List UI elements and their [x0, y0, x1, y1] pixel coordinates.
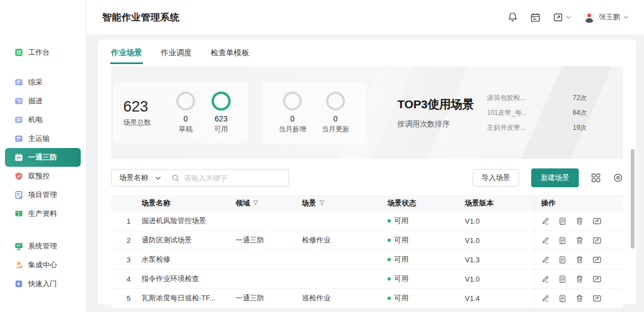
tab-0[interactable]: 作业场景 [111, 48, 142, 64]
search-field-select[interactable]: 场景名称 [112, 173, 168, 183]
main-area: 智能作业管理系统 张王鹏 作业场景作业调度检查单模板 [87, 0, 644, 304]
tab-1[interactable]: 作业调度 [161, 48, 192, 64]
delete-icon[interactable] [575, 256, 584, 264]
ring-value: 0 [279, 114, 306, 123]
status-cell: 可用 [388, 235, 465, 245]
grid-view-icon[interactable] [591, 173, 601, 183]
table-header-3: 场景 [302, 198, 388, 208]
sidebar-item[interactable]: 一通三防 [5, 148, 81, 167]
copy-icon[interactable] [558, 256, 567, 264]
sidebar-item[interactable]: 快速入门 [5, 274, 81, 293]
copy-icon[interactable] [558, 217, 567, 225]
table-row[interactable]: 3水泵检修可用V1.3 [111, 250, 623, 269]
scene-type-cell: 检修作业 [302, 235, 388, 245]
workbench-icon [14, 48, 23, 57]
status-label: 可用 [394, 235, 409, 245]
sidebar-group: 系统管理集成中心快速入门 [0, 237, 86, 293]
row-index: 5 [111, 294, 142, 303]
status-badge: 可用 [388, 235, 465, 245]
sidebar-item-label: 工作台 [28, 47, 50, 57]
ring-value: 0 [176, 114, 195, 123]
row-actions [541, 294, 601, 303]
table-row[interactable]: 5瓦斯浓度每日巡检-TF...一通三防巡检作业可用V1.4 [111, 289, 623, 308]
status-badge: 可用 [388, 293, 465, 303]
top3-subtitle: 按调用次数排序 [397, 119, 487, 129]
version-cell: V1.0 [465, 236, 534, 245]
delete-icon[interactable] [575, 217, 584, 225]
copy-icon[interactable] [558, 275, 567, 283]
row-index: 2 [111, 236, 142, 245]
tunneling-icon [14, 97, 23, 105]
chevron-down-icon [566, 15, 571, 19]
edit-icon[interactable] [541, 275, 549, 283]
sidebar-item-label: 机电 [28, 115, 43, 125]
sidebar-item[interactable]: 主运输 [5, 129, 81, 148]
sidebar-item-label: 综采 [28, 77, 43, 87]
settings-icon[interactable] [613, 173, 623, 183]
table-header-4: 场景状态 [388, 198, 465, 208]
edit-icon[interactable] [541, 217, 549, 225]
row-index: 1 [111, 217, 142, 225]
content-card: 作业场景作业调度检查单模板 623 场景总数 0草稿623可用 0当月新增0当月… [98, 40, 636, 304]
share-icon[interactable] [593, 256, 601, 264]
calendar-icon[interactable] [530, 12, 541, 23]
delete-icon[interactable] [575, 236, 584, 245]
copy-icon[interactable] [558, 236, 567, 245]
app-title: 智能作业管理系统 [102, 11, 180, 24]
user-menu[interactable]: 张王鹏 [583, 11, 629, 23]
import-scene-button[interactable]: 导入场景 [473, 169, 519, 187]
filter-funnel-icon[interactable] [319, 199, 325, 208]
tab-bar: 作业场景作业调度检查单模板 [111, 40, 623, 64]
share-icon[interactable] [593, 217, 601, 225]
top3-item-count: 64次 [573, 108, 587, 118]
sidebar-item[interactable]: 综采 [5, 73, 81, 92]
delete-icon[interactable] [575, 294, 584, 303]
share-icon[interactable] [593, 236, 601, 245]
sidebar-item[interactable]: 系统管理 [5, 237, 81, 256]
sidebar-item[interactable]: 机电 [5, 110, 81, 129]
version-cell: V1.4 [465, 294, 534, 303]
status-cell: 可用 [388, 255, 465, 265]
ring-value: 0 [322, 114, 349, 123]
status-dot [388, 258, 391, 261]
sidebar-group: 综采掘进机电主运输一通三防双预控项目管理生产资料 [0, 73, 86, 223]
edit-icon[interactable] [541, 236, 549, 245]
row-index: 4 [111, 275, 142, 283]
share-icon[interactable] [593, 275, 601, 283]
integration-icon [14, 261, 23, 269]
sidebar-item[interactable]: 项目管理 [5, 186, 81, 204]
stat-ring-item: 0当月新增 [279, 92, 306, 134]
row-actions [541, 217, 601, 225]
table-header-label: 领域 [235, 198, 250, 208]
keyword-search-input[interactable] [184, 174, 289, 182]
tab-2[interactable]: 检查单模板 [211, 48, 249, 64]
search-box: 场景名称 [111, 169, 289, 187]
sidebar-item[interactable]: 集成中心 [5, 256, 81, 274]
status-badge: 可用 [388, 255, 465, 265]
copy-icon[interactable] [558, 294, 567, 303]
table-row[interactable]: 4指令作业环境检查可用V1.0 [111, 269, 623, 289]
share-icon[interactable] [593, 294, 601, 303]
vertical-scrollbar[interactable] [631, 149, 635, 248]
ring-label: 草稿 [176, 125, 195, 134]
chevron-down-icon [624, 15, 629, 19]
sidebar-item[interactable]: 生产资料 [5, 204, 81, 223]
scene-total-label: 场景总数 [123, 118, 160, 128]
table-header-label: 操作 [541, 198, 556, 208]
edit-icon[interactable] [541, 256, 549, 264]
table-row[interactable]: 1掘进机风险管控场景可用V1.0 [111, 211, 623, 231]
create-scene-button[interactable]: 新建场景 [531, 168, 579, 187]
search-field-label: 场景名称 [119, 173, 148, 183]
top3-item-name: 101皮带_每... [487, 108, 573, 118]
notification-bell-icon[interactable] [507, 12, 518, 23]
app-switcher-button[interactable] [553, 12, 571, 23]
delete-icon[interactable] [575, 275, 584, 283]
sidebar-item[interactable]: 双预控 [5, 167, 81, 186]
edit-icon[interactable] [541, 294, 549, 303]
top3-title: TOP3使用场景 [397, 97, 487, 112]
sidebar-item[interactable]: 掘进 [5, 92, 81, 110]
filter-funnel-icon[interactable] [253, 199, 259, 208]
table-row[interactable]: 2通防区测试场景一通三防检修作业可用V1.0 [111, 231, 623, 250]
sidebar-item[interactable]: 工作台 [5, 43, 81, 62]
ring-indicator [326, 92, 345, 110]
